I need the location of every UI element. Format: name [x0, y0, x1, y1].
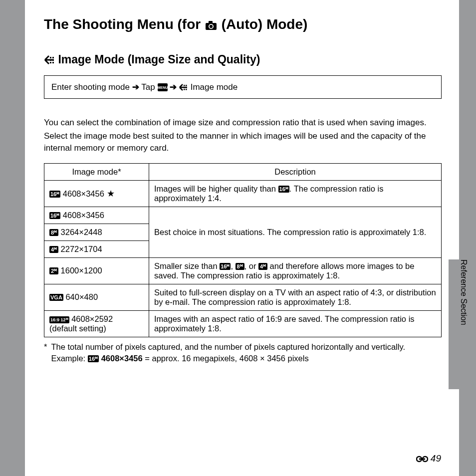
footnote-body: The total number of pixels captured, and… [51, 341, 405, 364]
arrow-icon: ➔ [170, 82, 179, 92]
footnote-bold: 4608×3456 [101, 354, 143, 363]
svg-text:MENU: MENU [158, 86, 168, 89]
footnote-mark: * [44, 341, 47, 364]
desc-cell: Smaller size than 16ᴹ, 8ᴹ, or 4ᴹ and the… [149, 257, 442, 284]
mode-cell: 16ᴹ 4608×3456 [44, 207, 149, 224]
intro-p1: You can select the combination of image … [44, 117, 442, 129]
star-icon: ★ [107, 189, 115, 199]
size-badge-icon: 16:9 12ᴹ [49, 316, 69, 323]
mode-size: 4608×3456 [63, 211, 104, 220]
mode-size: 640×480 [65, 292, 98, 301]
svg-rect-13 [186, 85, 187, 86]
breadcrumb-step-3: Image mode [191, 82, 238, 92]
size-badge-icon: 8ᴹ [49, 229, 58, 236]
svg-rect-20 [419, 459, 425, 460]
table-row: 2ᴹ 1600×1200 Smaller size than 16ᴹ, 8ᴹ, … [44, 257, 442, 284]
svg-rect-5 [52, 57, 54, 58]
page-number: 49 [416, 453, 441, 464]
menu-icon: MENU [158, 82, 170, 92]
breadcrumb-step-1: Enter shooting mode [51, 82, 130, 92]
mode-cell: 16:9 12ᴹ 4608×2592 (default setting) [44, 310, 149, 337]
svg-rect-7 [52, 59, 54, 61]
footnote: * The total number of pixels captured, a… [44, 341, 442, 364]
mode-size: 4608×2592 [71, 314, 113, 323]
desc-cell: Images will be higher quality than 16ᴹ. … [149, 180, 442, 207]
table-row: 16ᴹ 4608×3456 Best choice in most situat… [44, 207, 442, 224]
col-image-mode: Image mode* [44, 163, 149, 180]
mode-cell: VGA 640×480 [44, 284, 149, 310]
size-badge-icon: 2ᴹ [49, 267, 58, 274]
image-mode-icon [44, 53, 58, 66]
desc-cell: Images with an aspect ratio of 16:9 are … [149, 310, 442, 337]
mode-size: 1600×1200 [61, 266, 102, 275]
mode-cell: 8ᴹ 3264×2448 [44, 224, 149, 240]
table-row: 16:9 12ᴹ 4608×2592 (default setting) Ima… [44, 310, 442, 337]
page-title: The Shooting Menu (for (Auto) Mode) [44, 14, 442, 39]
reference-link-icon [416, 453, 431, 464]
page: The Shooting Menu (for (Auto) Mode) Imag… [25, 0, 459, 476]
size-badge-icon: 4ᴹ [258, 263, 267, 270]
title-pre: The Shooting Menu (for [44, 16, 205, 32]
svg-rect-14 [184, 87, 185, 88]
image-mode-icon [179, 82, 191, 92]
mode-cell: 16ᴹ 4608×3456 ★ [44, 180, 149, 207]
desc-cell: Best choice in most situations. The comp… [149, 207, 442, 257]
svg-rect-1 [209, 21, 213, 23]
side-section-label: Reference Section [459, 259, 468, 325]
breadcrumb-step-2: Tap [141, 82, 155, 92]
default-setting-label: (default setting) [49, 324, 106, 333]
col-description: Description [149, 163, 442, 180]
svg-rect-15 [186, 87, 187, 88]
svg-rect-9 [52, 62, 54, 63]
svg-rect-16 [184, 89, 185, 90]
size-badge-icon: 16ᴹ [220, 263, 231, 270]
mode-size: 2272×1704 [61, 244, 102, 253]
svg-rect-8 [50, 62, 51, 63]
mode-size: 4608×3456 [63, 189, 104, 198]
table-header-row: Image mode* Description [44, 163, 442, 180]
subsection-title: Image Mode (Image Size and Quality) [58, 53, 260, 66]
size-badge-icon: 4ᴹ [49, 246, 58, 253]
intro-text: You can select the combination of image … [44, 117, 442, 154]
size-badge-icon: 16ᴹ [49, 212, 60, 219]
title-post: (Auto) Mode) [222, 16, 308, 32]
camera-icon [205, 16, 222, 32]
intro-p2: Select the image mode best suited to the… [44, 130, 442, 154]
mode-cell: 2ᴹ 1600×1200 [44, 257, 149, 284]
mode-cell: 4ᴹ 2272×1704 [44, 240, 149, 257]
svg-rect-17 [186, 89, 187, 90]
subsection-heading: Image Mode (Image Size and Quality) [44, 53, 442, 66]
size-badge-icon: 8ᴹ [236, 263, 244, 270]
table-row: 16ᴹ 4608×3456 ★ Images will be higher qu… [44, 180, 442, 207]
arrow-icon: ➔ [132, 82, 142, 92]
breadcrumb-box: Enter shooting mode ➔ Tap MENU ➔ Image m… [44, 75, 442, 99]
size-badge-icon: 16ᴹ [278, 186, 289, 193]
desc-cell: Suited to full-screen display on a TV wi… [149, 284, 442, 310]
size-badge-icon: VGA [49, 294, 63, 301]
svg-rect-6 [50, 59, 51, 61]
svg-rect-12 [184, 85, 185, 86]
svg-rect-4 [50, 57, 51, 58]
image-mode-table: Image mode* Description 16ᴹ 4608×3456 ★ … [44, 163, 442, 337]
size-badge-icon: 16ᴹ [88, 355, 99, 362]
mode-size: 3264×2448 [61, 228, 102, 237]
table-row: VGA 640×480 Suited to full-screen displa… [44, 284, 442, 310]
size-badge-icon: 16ᴹ [49, 191, 60, 198]
svg-point-3 [210, 25, 213, 28]
